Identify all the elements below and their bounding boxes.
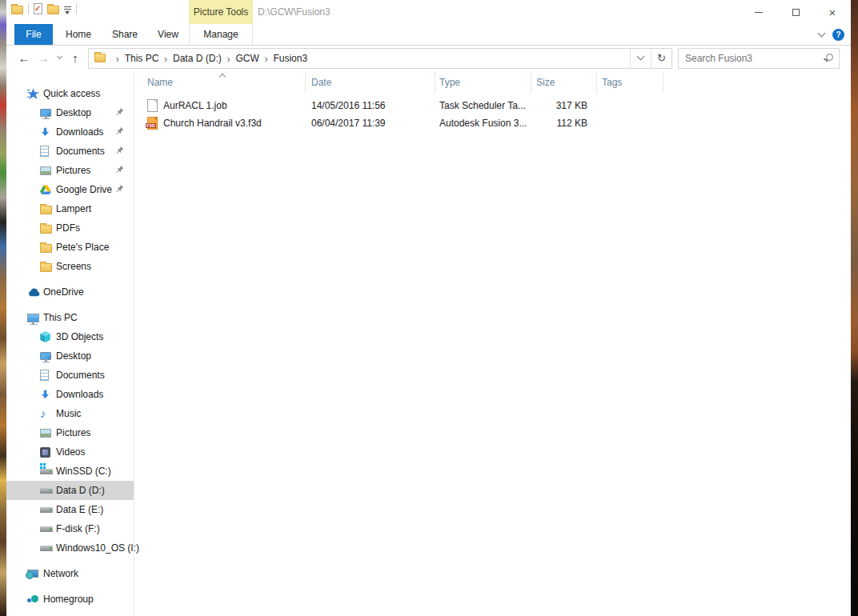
folder-icon bbox=[40, 203, 56, 214]
desktop-icon bbox=[40, 109, 56, 117]
up-icon[interactable]: ↑ bbox=[66, 51, 85, 65]
sidebar-item-desktop[interactable]: Desktop bbox=[6, 103, 134, 122]
ribbon-collapse-chevron-icon[interactable] bbox=[818, 30, 826, 38]
address-bar[interactable]: › This PC › Data D (D:) › GCW › Fusion3 … bbox=[88, 48, 672, 69]
downloads-arrow-icon bbox=[40, 390, 56, 400]
breadcrumb-separator-icon[interactable]: › bbox=[110, 52, 125, 63]
desktop-icon bbox=[40, 352, 56, 360]
sidebar-item-data-e[interactable]: Data E (E:) bbox=[6, 500, 134, 519]
sidebar-item-3d-objects[interactable]: 3D Objects bbox=[6, 327, 134, 346]
maximize-button[interactable] bbox=[777, 0, 814, 24]
tab-manage[interactable]: Manage bbox=[189, 24, 253, 45]
music-note-icon: ♪ bbox=[40, 409, 56, 418]
refresh-icon[interactable]: ↻ bbox=[651, 49, 672, 68]
history-chevron-icon[interactable] bbox=[53, 58, 66, 58]
breadcrumb-separator-icon[interactable]: › bbox=[259, 52, 274, 63]
sidebar-item-f-disk[interactable]: F-disk (F:) bbox=[6, 519, 134, 538]
back-icon[interactable]: ← bbox=[14, 51, 34, 65]
sidebar-item-documents[interactable]: Documents bbox=[6, 142, 134, 161]
navigation-bar: ← → ↑ › This PC › Data D (D:) › GCW › Fu… bbox=[6, 46, 851, 70]
content-area: Quick access Desktop Downloads Documents… bbox=[6, 70, 851, 616]
explorer-folder-icon[interactable] bbox=[11, 6, 23, 14]
drive-icon bbox=[40, 526, 56, 532]
breadcrumb-data-d[interactable]: Data D (D:) bbox=[173, 53, 222, 64]
documents-icon bbox=[40, 370, 56, 381]
forward-icon[interactable]: → bbox=[34, 51, 53, 65]
sidebar-item-pc-downloads[interactable]: Downloads bbox=[6, 385, 134, 404]
new-folder-icon[interactable] bbox=[47, 6, 59, 14]
pin-icon bbox=[115, 165, 124, 176]
sidebar-section-homegroup[interactable]: Homegroup bbox=[6, 590, 134, 609]
sidebar-item-pc-desktop[interactable]: Desktop bbox=[6, 346, 134, 366]
column-header-size[interactable]: Size bbox=[531, 72, 597, 93]
caption-buttons: × bbox=[740, 0, 851, 24]
3d-cube-icon bbox=[40, 331, 56, 342]
navigation-pane: Quick access Desktop Downloads Documents… bbox=[6, 70, 134, 616]
column-header-name[interactable]: Name bbox=[134, 72, 306, 93]
address-dropdown-chevron-icon[interactable] bbox=[630, 49, 651, 68]
sidebar-section-onedrive[interactable]: OneDrive bbox=[6, 282, 134, 302]
breadcrumb-this-pc[interactable]: This PC bbox=[125, 53, 159, 64]
sidebar-item-music[interactable]: ♪ Music bbox=[6, 404, 134, 423]
breadcrumb-fusion3[interactable]: Fusion3 bbox=[273, 53, 307, 64]
breadcrumb-folder-icon[interactable] bbox=[94, 51, 106, 66]
sidebar-item-pc-documents[interactable]: Documents bbox=[6, 366, 134, 385]
column-header-type[interactable]: Type bbox=[435, 72, 531, 93]
breadcrumb-separator-icon[interactable]: › bbox=[158, 52, 173, 63]
desktop-background-right bbox=[851, 0, 858, 616]
f3d-badge: F3D bbox=[146, 123, 156, 128]
search-input[interactable] bbox=[679, 49, 839, 68]
tab-file[interactable]: File bbox=[14, 24, 53, 45]
close-icon: × bbox=[829, 6, 836, 18]
sidebar-item-videos[interactable]: Videos bbox=[6, 442, 134, 462]
sidebar-item-google-drive[interactable]: Google Drive bbox=[6, 180, 134, 199]
qat-dropdown-icon[interactable] bbox=[64, 4, 71, 14]
file-date: 06/04/2017 11:39 bbox=[306, 118, 435, 129]
sidebar-item-pdfs[interactable]: PDFs bbox=[6, 218, 134, 238]
job-file-icon bbox=[147, 99, 158, 112]
sidebar-item-downloads[interactable]: Downloads bbox=[6, 122, 134, 142]
file-size: 317 KB bbox=[531, 100, 597, 111]
sidebar-item-lampert[interactable]: Lampert bbox=[6, 199, 134, 218]
sidebar-section-quick-access[interactable]: Quick access bbox=[6, 84, 134, 103]
sidebar-item-pictures[interactable]: Pictures bbox=[6, 161, 134, 180]
sidebar-item-winssd-c[interactable]: WinSSD (C:) bbox=[6, 462, 134, 481]
file-date: 14/05/2016 11:56 bbox=[306, 100, 435, 111]
help-icon[interactable]: ? bbox=[832, 29, 844, 41]
file-name: AurRACL 1.job bbox=[163, 100, 227, 111]
breadcrumb-separator-icon[interactable]: › bbox=[222, 52, 236, 63]
tab-view[interactable]: View bbox=[150, 24, 186, 45]
title-bar: Picture Tools D:\GCW\Fusion3 × bbox=[6, 0, 851, 24]
file-type: Autodesk Fusion 3... bbox=[435, 118, 531, 129]
folder-icon bbox=[40, 242, 56, 253]
tab-home[interactable]: Home bbox=[59, 24, 98, 45]
file-row-aurracl-job[interactable]: AurRACL 1.job 14/05/2016 11:56 Task Sche… bbox=[134, 97, 851, 114]
sidebar-section-this-pc[interactable]: This PC bbox=[6, 308, 134, 327]
drive-icon bbox=[40, 507, 56, 513]
sidebar-section-network[interactable]: Network bbox=[6, 564, 134, 583]
sidebar-label: Quick access bbox=[43, 88, 100, 99]
drive-icon bbox=[40, 488, 56, 494]
file-type: Task Scheduler Ta... bbox=[435, 100, 531, 111]
properties-check-icon[interactable] bbox=[34, 3, 42, 14]
sidebar-item-data-d[interactable]: Data D (D:) bbox=[6, 481, 134, 500]
onedrive-cloud-icon bbox=[27, 288, 43, 297]
column-header-tags[interactable]: Tags bbox=[597, 72, 664, 93]
sidebar-item-petes-place[interactable]: Pete's Place bbox=[6, 238, 134, 257]
f3d-file-icon: F3D bbox=[147, 117, 158, 130]
sidebar-item-windows10-os[interactable]: Windows10_OS (I:) bbox=[6, 538, 134, 558]
sidebar-item-pc-pictures[interactable]: Pictures bbox=[6, 423, 134, 442]
google-drive-icon bbox=[40, 185, 56, 195]
downloads-arrow-icon bbox=[40, 127, 56, 138]
file-row-church-handrail-f3d[interactable]: F3D Church Handrail v3.f3d 06/04/2017 11… bbox=[134, 114, 851, 132]
close-button[interactable]: × bbox=[814, 0, 851, 24]
sidebar-item-screens[interactable]: Screens bbox=[6, 257, 134, 276]
ribbon-right-controls: ? bbox=[819, 24, 844, 46]
tab-share[interactable]: Share bbox=[106, 24, 144, 45]
column-header-date[interactable]: Date bbox=[306, 72, 435, 93]
breadcrumb-gcw[interactable]: GCW bbox=[235, 53, 259, 64]
search-icon[interactable] bbox=[826, 54, 833, 61]
videos-film-icon bbox=[40, 447, 56, 458]
minimize-button[interactable] bbox=[740, 0, 777, 24]
folder-icon bbox=[40, 261, 56, 272]
